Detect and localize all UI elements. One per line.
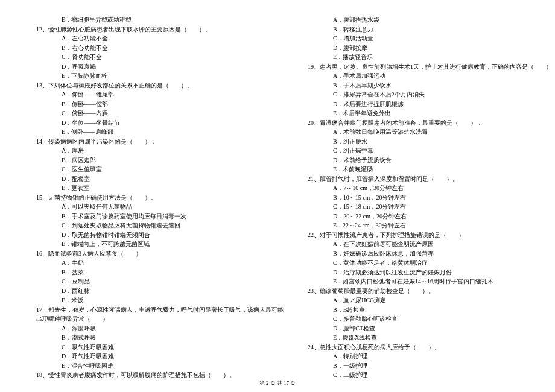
option-line: D．术后要进行提肛肌锻炼 xyxy=(333,100,552,109)
option-line: C．黄体功能不足者，给黄体酮治疗 xyxy=(333,258,552,268)
question-line: 14、传染病病区内属半污染区的是（ ）． xyxy=(36,137,284,147)
option-line: D．配餐室 xyxy=(62,174,284,184)
option-line: E．术后半年避免外出 xyxy=(333,109,552,118)
option-line: E．钳端向上，不可跨越无菌区域 xyxy=(62,239,284,249)
option-line: A．库房 xyxy=(62,146,284,156)
option-line: C．豆制品 xyxy=(62,277,284,286)
option-line: A．术前数日每晚用温等渗盐水洗胃 xyxy=(333,127,552,137)
option-line: B．菠菜 xyxy=(62,268,284,277)
option-line: E．混合性呼吸困难 xyxy=(62,361,284,371)
question-line: 22、对于习惯性流产患者，下列护理措施错误的是（ ） xyxy=(308,230,552,240)
option-line: E．侧卧——肩峰部 xyxy=(62,127,284,137)
option-line: D．坐位——坐骨结节 xyxy=(62,118,284,128)
option-line: B．妊娠确诊后应卧床休息，加强营养 xyxy=(333,249,552,259)
question-line: 21、肛管排气时，肛管插入深度和留置时间是（ ）。 xyxy=(308,174,552,184)
question-line: 20、胃溃疡合并幽门梗阻患者的术前准备，最重要的是（ ）． xyxy=(308,118,552,128)
option-line: D．治疗期必须达到以往发生流产的妊娠月份 xyxy=(333,268,552,277)
option-line: E．腹部X线检查 xyxy=(333,333,552,343)
question-line: 18、慢性胃炎患者腹痛发作时，可以缓解腹痛的护理措施不包括（ ）。 xyxy=(36,370,284,380)
option-line: B．潮式呼吸 xyxy=(62,333,284,343)
option-line: A．仰卧——骶尾部 xyxy=(62,90,284,100)
option-line: A．特别护理 xyxy=(333,352,552,361)
question-line: 24、急性大面积心肌梗死的病人应给予（ ）。 xyxy=(308,343,552,352)
option-line: A．血／尿HCG测定 xyxy=(333,296,552,305)
option-line: D．呼气性呼吸困难 xyxy=(62,352,284,361)
option-line: E．下肢静脉血栓 xyxy=(62,71,284,81)
option-line: B．病区走郎 xyxy=(62,156,284,165)
option-line: A．7～10 cm，30分钟左右 xyxy=(333,183,552,193)
option-line: D．西红柿 xyxy=(62,286,284,296)
option-line: E．播放轻音乐 xyxy=(333,52,552,62)
option-line: D．取无菌持物钳时钳端无须闭合 xyxy=(62,230,284,240)
option-line: C．肾功能不全 xyxy=(62,52,284,62)
option-line: B．10～15 cm，20分钟左右 xyxy=(333,193,552,203)
option-line: B．一级护理 xyxy=(333,361,552,371)
option-line: C．排尿异常会在术后2个月内消失 xyxy=(333,90,552,100)
option-line: C．吸气性呼吸困难 xyxy=(62,343,284,352)
option-line: A．可以夹取任何无菌物品 xyxy=(62,202,284,212)
option-line: C．增加活动量 xyxy=(333,34,552,43)
option-line: C．纠正碱中毒 xyxy=(333,146,552,156)
option-line: E．瘤细胞呈异型或幼稚型 xyxy=(62,15,284,25)
question-line: 出现哪种呼吸异常（ ） xyxy=(36,314,284,324)
option-line: E．米饭 xyxy=(62,296,284,305)
option-line: A．手术后加强运动 xyxy=(333,71,552,81)
option-line: B．手术后早期少饮水 xyxy=(333,81,552,90)
option-line: C．到远处夹取物品应将无菌持物钳速去速回 xyxy=(62,221,284,230)
option-line: B．纠正脱水 xyxy=(333,137,552,147)
option-line: B．侧卧——髋部 xyxy=(62,100,284,109)
option-line: B．B超检查 xyxy=(333,305,552,315)
option-line: D．腹部CT检查 xyxy=(333,324,552,334)
question-line: 23、确诊葡萄胎最重要的辅助检查是（ ）。 xyxy=(308,286,552,296)
left-column: E．瘤细胞呈异型或幼稚型12、慢性肺源性心脏病患者出现下肢水肿的主要原因是（ ）… xyxy=(36,15,284,371)
option-line: B．手术室及门诊换药室使用均应每日消毒一次 xyxy=(62,212,284,221)
question-line: 19、患者男，64岁。良性前列腺增生术1天，护士对其进行健康教育，正确的内容是（… xyxy=(308,62,552,72)
option-line: C．二级护理 xyxy=(333,370,552,380)
option-line: A．在下次妊娠前尽可能查明流产原因 xyxy=(333,239,552,249)
option-line: E．术前晚灌肠 xyxy=(333,165,552,174)
option-line: C．多普勒胎心听诊检查 xyxy=(333,314,552,324)
question-line: 12、慢性肺源性心脏病患者出现下肢水肿的主要原因是（ ）。 xyxy=(36,25,284,34)
option-line: D．20～22 cm，20分钟左右 xyxy=(333,212,552,221)
option-line: D．呼吸衰竭 xyxy=(62,62,284,72)
page-footer: 第 2 页 共 17 页 xyxy=(0,379,555,387)
question-line: 15、无菌持物钳的正确使用方法是（ ）。 xyxy=(36,193,284,203)
option-line: E．如宫颈内口松弛者可在妊娠14～16周时行子宫内口缝扎术 xyxy=(333,277,552,286)
right-column: A．腹部捂热水袋B．转移注意力C．增加活动量D．腹部按摩E．播放轻音乐19、患者… xyxy=(308,15,552,371)
option-line: C．俯卧——内踝 xyxy=(62,109,284,118)
option-line: D．腹部按摩 xyxy=(333,43,552,53)
option-line: E．更衣室 xyxy=(62,183,284,193)
option-line: A．深度呼吸 xyxy=(62,324,284,334)
option-line: B．转移注意力 xyxy=(333,25,552,34)
option-line: A．腹部捂热水袋 xyxy=(333,15,552,25)
question-line: 13、下列体位与褥疮好发部位的关系不正确的是（ ）。 xyxy=(36,81,284,90)
question-line: 17、郑先生，48岁，心源性哮喘病人，主诉呼气费力，呼气时间显著长于吸气，该病人… xyxy=(36,305,284,315)
option-line: B．右心功能不全 xyxy=(62,43,284,53)
option-line: A．牛奶 xyxy=(62,258,284,268)
option-line: E．22～24 cm，30分钟左右 xyxy=(333,221,552,230)
option-line: C．医生值班室 xyxy=(62,165,284,174)
question-line: 16、隐血试验前3天病人应禁食（ ） xyxy=(36,249,284,259)
option-line: A．左心功能不全 xyxy=(62,34,284,43)
option-line: D．术前给予流质饮食 xyxy=(333,156,552,165)
option-line: C．15～18 cm，20分钟左右 xyxy=(333,202,552,212)
